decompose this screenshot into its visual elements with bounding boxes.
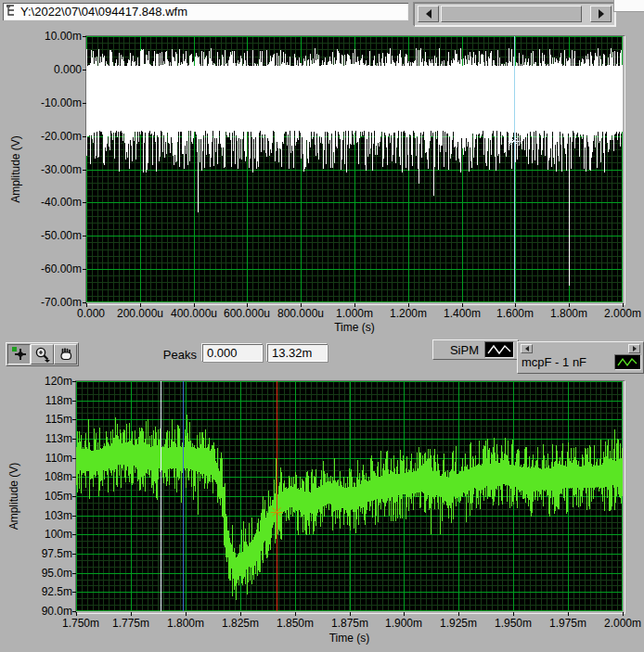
- x-tick-label: 0.000: [77, 307, 105, 320]
- x-tick-label: 1.975m: [549, 617, 586, 630]
- x-tick-mark: [568, 612, 569, 616]
- x-tick-mark: [350, 612, 351, 616]
- graph-palette: [6, 342, 79, 366]
- y-tick-mark: [72, 496, 76, 497]
- x-tick-label: 1.950m: [495, 617, 532, 630]
- peak-value-2[interactable]: 13.32m: [267, 344, 328, 362]
- x-tick-label: 600.000u: [224, 307, 270, 320]
- y-tick-label: 105m: [11, 490, 72, 503]
- y-tick-label: 10.00m: [20, 30, 82, 43]
- y-tick-mark: [72, 516, 76, 517]
- peaks-label: Peaks: [147, 348, 197, 362]
- x-tick-label: 1.800m: [550, 307, 587, 320]
- y-tick-mark: [72, 419, 76, 420]
- top-graph-x-axis-label: Time (s): [86, 321, 623, 334]
- y-tick-label: 95.0m: [11, 567, 72, 580]
- y-tick-mark: [72, 439, 76, 440]
- y-tick-label: 92.5m: [11, 585, 72, 598]
- peak-value-1[interactable]: 0.000: [202, 344, 263, 362]
- y-tick-label: -20.00m: [20, 130, 82, 143]
- y-tick-mark: [72, 458, 76, 459]
- y-tick-label: -30.00m: [20, 163, 82, 176]
- y-tick-label: -60.00m: [20, 262, 82, 275]
- legend-scroll-right-arrow-icon[interactable]: [628, 344, 640, 353]
- y-tick-mark: [72, 554, 76, 555]
- x-tick-mark: [186, 612, 187, 616]
- x-tick-label: 1.400m: [444, 307, 481, 320]
- x-tick-mark: [76, 612, 77, 616]
- y-tick-mark: [83, 269, 86, 270]
- y-tick-label: 120m: [11, 375, 72, 388]
- bottom-graph-x-axis-label: Time (s): [76, 632, 623, 645]
- y-tick-mark: [83, 136, 86, 137]
- x-tick-label: 1.775m: [112, 617, 149, 630]
- scroll-right-arrow-icon[interactable]: [590, 6, 612, 22]
- x-tick-label: 1.875m: [331, 617, 368, 630]
- bottom-graph-canvas[interactable]: [76, 381, 623, 611]
- scrollbar-thumb[interactable]: [441, 6, 582, 22]
- y-tick-mark: [72, 534, 76, 535]
- x-tick-label: 2.000m: [604, 307, 641, 320]
- y-tick-mark: [72, 573, 76, 574]
- y-tick-mark: [72, 381, 76, 382]
- x-tick-label: 1.825m: [222, 617, 259, 630]
- bottom-plot-legend-label: mcpF - 1 nF: [522, 355, 586, 369]
- pan-hand-icon[interactable]: [54, 344, 77, 364]
- x-tick-mark: [404, 612, 405, 616]
- x-tick-mark: [131, 612, 132, 616]
- x-tick-label: 1.200m: [390, 307, 427, 320]
- x-tick-label: 200.000u: [117, 307, 163, 320]
- top-graph-plot-area[interactable]: [85, 35, 625, 305]
- zoom-magnifier-icon[interactable]: [31, 344, 54, 364]
- x-tick-label: 1.600m: [496, 307, 534, 320]
- y-tick-mark: [72, 592, 76, 593]
- y-tick-mark: [83, 202, 86, 203]
- bottom-plot-legend[interactable]: mcpF - 1 nF: [517, 341, 644, 374]
- bottom-plot-legend-row: mcpF - 1 nF: [522, 354, 641, 370]
- x-tick-label: 2.000m: [604, 617, 641, 630]
- x-tick-label: 400.000u: [171, 307, 217, 320]
- x-tick-label: 1.000m: [336, 307, 373, 320]
- y-tick-label: 115m: [11, 413, 72, 426]
- y-tick-mark: [83, 70, 86, 70]
- x-tick-label: 1.925m: [440, 617, 477, 630]
- x-tick-mark: [295, 612, 296, 616]
- x-tick-label: 1.800m: [167, 617, 204, 630]
- y-tick-label: 90.0m: [11, 605, 72, 618]
- bottom-graph-plot-area[interactable]: [75, 380, 625, 614]
- y-tick-mark: [72, 477, 76, 478]
- x-tick-mark: [240, 612, 241, 616]
- top-plot-legend[interactable]: SiPM: [432, 339, 519, 360]
- white-waveform-icon[interactable]: [484, 341, 514, 358]
- labview-panel: Y:\2022\07\04\094417.848.wfm Amplitude (…: [0, 0, 644, 652]
- file-scrollbar[interactable]: [414, 3, 615, 26]
- top-plot-legend-label: SiPM: [450, 343, 479, 357]
- y-tick-label: 113m: [11, 432, 72, 445]
- y-tick-label: 100m: [11, 528, 72, 541]
- top-graph-canvas[interactable]: [86, 36, 623, 302]
- x-tick-mark: [513, 612, 514, 616]
- x-tick-label: 1.900m: [385, 617, 422, 630]
- x-tick-mark: [623, 612, 624, 616]
- scroll-left-arrow-icon[interactable]: [418, 6, 439, 22]
- y-tick-label: 110m: [11, 452, 72, 465]
- y-tick-label: 118m: [11, 394, 72, 407]
- x-tick-label: 1.850m: [277, 617, 314, 630]
- cursor-crosshair-icon[interactable]: [7, 344, 31, 364]
- y-tick-mark: [72, 611, 76, 612]
- y-tick-mark: [83, 36, 86, 37]
- y-tick-mark: [72, 401, 76, 402]
- y-tick-label: 0.000: [20, 63, 82, 76]
- y-tick-mark: [83, 103, 86, 104]
- x-tick-mark: [458, 612, 459, 616]
- legend-scroll-left-arrow-icon[interactable]: [521, 344, 533, 353]
- file-path-input[interactable]: Y:\2022\07\04\094417.848.wfm: [3, 3, 408, 20]
- y-tick-mark: [83, 302, 86, 303]
- green-waveform-icon[interactable]: [614, 354, 641, 370]
- file-path-value: Y:\2022\07\04\094417.848.wfm: [20, 5, 187, 19]
- x-tick-label: 1.750m: [62, 617, 99, 630]
- x-tick-label: 800.000u: [277, 307, 324, 320]
- y-tick-label: 97.5m: [11, 547, 72, 560]
- y-tick-label: -10.00m: [20, 96, 82, 109]
- y-tick-label: 103m: [11, 509, 72, 522]
